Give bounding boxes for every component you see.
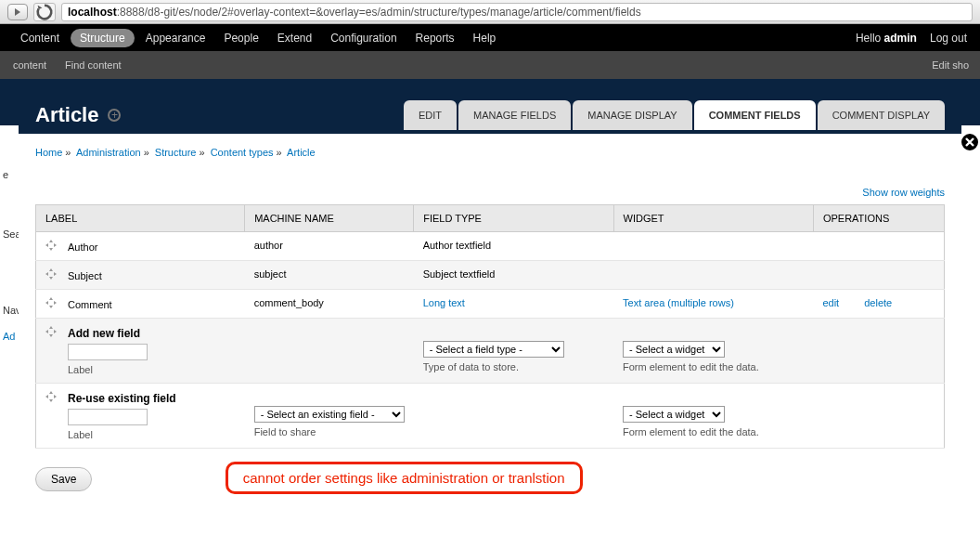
browser-chrome: localhost:8888/d8-git/es/node/2#overlay-… bbox=[0, 0, 980, 24]
toolbar-logout[interactable]: Log out bbox=[930, 32, 967, 45]
toolbar-appearance[interactable]: Appearance bbox=[138, 28, 213, 48]
toolbar-reports[interactable]: Reports bbox=[408, 28, 462, 48]
secondary-toolbar: content Find content Edit sho bbox=[0, 51, 980, 79]
secondary-find-content[interactable]: Find content bbox=[56, 59, 131, 71]
overlay-tabs: EDIT MANAGE FIELDS MANAGE DISPLAY COMMEN… bbox=[404, 100, 945, 125]
tab-manage-fields[interactable]: MANAGE FIELDS bbox=[458, 100, 571, 125]
overlay-header: Article + EDIT MANAGE FIELDS MANAGE DISP… bbox=[19, 97, 961, 125]
tab-comment-fields[interactable]: COMMENT FIELDS bbox=[694, 100, 816, 125]
toolbar-hello: Hello admin bbox=[856, 32, 917, 45]
url-path: :8888/d8-git/es/node/2#overlay-context=&… bbox=[117, 6, 641, 19]
tab-comment-display[interactable]: COMMENT DISPLAY bbox=[818, 100, 945, 125]
toolbar-help[interactable]: Help bbox=[466, 28, 504, 48]
toolbar-people[interactable]: People bbox=[216, 28, 265, 48]
toolbar-menu: Content Structure Appearance People Exte… bbox=[13, 28, 503, 48]
toolbar-content[interactable]: Content bbox=[13, 28, 67, 48]
overlay: Article + EDIT MANAGE FIELDS MANAGE DISP… bbox=[19, 97, 961, 125]
admin-toolbar: Content Structure Appearance People Exte… bbox=[0, 24, 980, 51]
toolbar-structure[interactable]: Structure bbox=[71, 29, 135, 47]
secondary-edit-shortcuts[interactable]: Edit sho bbox=[932, 59, 976, 71]
reload-button[interactable] bbox=[33, 3, 56, 21]
tab-edit[interactable]: EDIT bbox=[404, 100, 457, 125]
url-bar[interactable]: localhost:8888/d8-git/es/node/2#overlay-… bbox=[61, 3, 973, 21]
toolbar-extend[interactable]: Extend bbox=[270, 28, 319, 48]
toolbar-configuration[interactable]: Configuration bbox=[323, 28, 404, 48]
add-shortcut-icon[interactable]: + bbox=[108, 109, 121, 122]
nav-back-button[interactable] bbox=[7, 4, 28, 20]
url-host: localhost bbox=[68, 6, 117, 19]
reload-icon bbox=[34, 2, 55, 22]
page-title: Article bbox=[35, 103, 98, 125]
tab-manage-display[interactable]: MANAGE DISPLAY bbox=[573, 100, 691, 125]
play-forward-icon bbox=[13, 7, 22, 17]
secondary-content[interactable]: content bbox=[4, 59, 56, 71]
toolbar-right: Hello admin Log out bbox=[856, 32, 967, 45]
